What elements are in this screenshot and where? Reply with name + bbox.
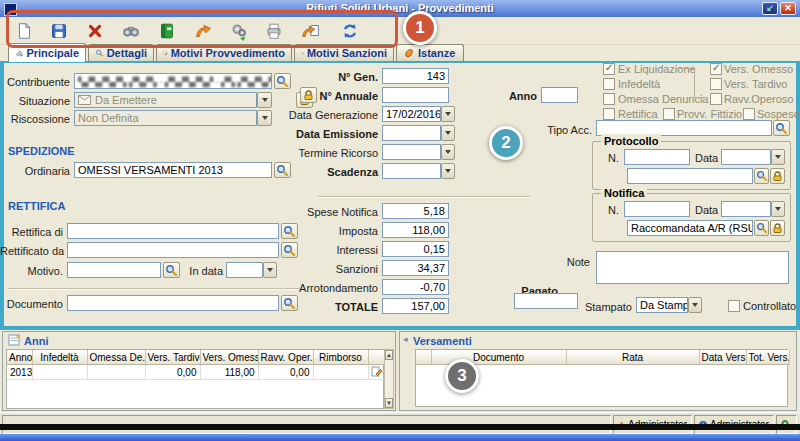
data-generazione-field[interactable]: 17/02/2016 <box>382 106 441 122</box>
anni-col-vers-omesso[interactable]: Vers. Omesso <box>200 350 258 365</box>
versamenti-col-rata[interactable]: Rata <box>566 350 699 365</box>
motivo-search-button[interactable] <box>163 262 180 278</box>
notifica-n-field[interactable] <box>624 201 690 217</box>
anni-col-ravv-operoso[interactable]: Ravv. Oper... <box>258 350 313 365</box>
stampato-dropdown-button[interactable] <box>688 297 702 313</box>
data-generazione-label: Data Generazione <box>280 108 378 122</box>
situazione-select[interactable]: Da Emettere <box>74 92 257 108</box>
export-button[interactable] <box>299 19 323 43</box>
documento-field[interactable] <box>67 295 279 311</box>
situazione-label: Situazione <box>0 94 70 108</box>
tab-dettagli[interactable]: Dettagli <box>88 44 154 61</box>
totale-field[interactable]: 157,00 <box>382 298 449 314</box>
process-button[interactable] <box>227 19 251 43</box>
save-button[interactable] <box>47 19 71 43</box>
protocollo-data-dropdown-button[interactable] <box>771 149 785 165</box>
anni-col-vers-tardivo[interactable]: Vers. Tardivo <box>145 350 200 365</box>
anni-col-rimborso[interactable]: Rimborso <box>313 350 368 365</box>
restore-window-button[interactable]: ↙ <box>762 2 778 15</box>
lock-icon <box>303 90 314 101</box>
motivo-field[interactable] <box>67 262 161 278</box>
lock-icon <box>772 223 783 234</box>
scroll-up-arrow[interactable]: ▲ <box>385 350 393 360</box>
interessi-field[interactable]: 0,15 <box>382 241 449 257</box>
note-textarea[interactable] <box>596 251 789 284</box>
rettifica-checkbox[interactable] <box>603 108 615 120</box>
infedelta-checkbox[interactable] <box>603 78 615 90</box>
ravv-operoso-checkbox[interactable] <box>710 93 722 105</box>
arrotondamento-field[interactable]: -0,70 <box>382 279 449 295</box>
pagato-field[interactable] <box>514 293 578 309</box>
riscossione-dropdown-button[interactable] <box>257 110 272 126</box>
notifica-data-dropdown-button[interactable] <box>771 201 785 217</box>
tab-motivi-provvedimento[interactable]: Motivi Provvedimento <box>156 44 292 61</box>
sospeso-checkbox[interactable] <box>743 108 755 120</box>
anni-cell-vers-tardivo: 0,00 <box>145 365 200 380</box>
anni-grid: Anno Infedeltà Omessa De... Vers. Tardiv… <box>6 349 384 409</box>
riscossione-label: Riscossione <box>0 112 70 126</box>
protocollo-data-field[interactable] <box>721 149 771 165</box>
anni-scrollbar[interactable]: ▲ ▼ <box>384 349 394 409</box>
protocollo-desc-field[interactable] <box>627 168 753 184</box>
vers-tardivo-checkbox[interactable] <box>710 78 722 90</box>
find-button[interactable] <box>119 19 143 43</box>
sanzioni-field[interactable]: 34,37 <box>382 260 449 276</box>
data-generazione-dropdown-button[interactable] <box>441 106 455 122</box>
riscossione-select[interactable]: Non Definita <box>74 110 257 126</box>
situazione-dropdown-button[interactable] <box>257 92 272 108</box>
refresh-button[interactable] <box>338 19 362 43</box>
rettifica-di-field[interactable] <box>67 223 279 239</box>
anni-row-edit-cell[interactable] <box>368 365 385 380</box>
print-button[interactable] <box>262 19 286 43</box>
imposta-field[interactable]: 118,00 <box>382 222 449 238</box>
n-annuale-field[interactable] <box>382 87 449 103</box>
go-to-button[interactable] <box>191 19 215 43</box>
new-document-button[interactable] <box>12 19 36 43</box>
protocollo-n-field[interactable] <box>624 149 690 165</box>
data-emissione-field[interactable] <box>382 125 441 141</box>
ordinaria-field[interactable]: OMESSI VERSAMENTI 2013 <box>74 162 272 178</box>
controllato-checkbox[interactable] <box>728 300 740 312</box>
stampato-select[interactable]: Da Stampare <box>636 297 688 313</box>
spese-notifica-field[interactable]: 5,18 <box>382 203 449 219</box>
in-data-field[interactable] <box>226 262 263 278</box>
versamenti-col-tot-vers[interactable]: Tot. Vers. <box>746 350 789 365</box>
scadenza-field[interactable] <box>382 163 441 179</box>
tab-istanze[interactable]: Istanze <box>396 44 464 61</box>
tab-principale[interactable]: Principale <box>8 43 86 62</box>
provv-fittizio-checkbox[interactable] <box>663 108 675 120</box>
omessa-denuncia-checkbox[interactable] <box>603 93 615 105</box>
protocollo-search-button[interactable] <box>754 168 769 184</box>
tipo-acc-search-button[interactable] <box>773 120 790 136</box>
dettagli-tab-icon <box>95 47 104 59</box>
rettificato-da-field[interactable] <box>67 242 279 258</box>
n-gen-field[interactable]: 143 <box>382 68 449 84</box>
close-window-button[interactable]: ✕ <box>780 2 796 15</box>
anni-col-omessa-denuncia[interactable]: Omessa De... <box>87 350 145 365</box>
notifica-search-button[interactable] <box>754 220 769 236</box>
protocollo-lock-button[interactable] <box>770 168 785 184</box>
data-emissione-dropdown-button[interactable] <box>441 125 455 141</box>
delete-button[interactable] <box>83 19 107 43</box>
notifica-data-field[interactable] <box>721 201 771 217</box>
scadenza-dropdown-button[interactable] <box>441 163 455 179</box>
notifica-lock-button[interactable] <box>770 220 785 236</box>
n-annuale-lock-button[interactable] <box>300 87 317 103</box>
notifica-mezzo-field[interactable]: Raccomandata A/R (RSU) <box>627 220 753 236</box>
collapse-left-arrow-icon[interactable]: ◂ <box>403 334 408 344</box>
anni-table-row[interactable]: 2013 0,00 118,00 0,00 <box>7 365 385 380</box>
ex-liquidazione-checkbox[interactable] <box>603 63 615 75</box>
anni-col-anno[interactable]: Anno <box>7 350 32 365</box>
anni-col-infedelta[interactable]: Infedeltà <box>32 350 87 365</box>
vers-omesso-checkbox[interactable] <box>710 63 722 75</box>
scroll-down-arrow[interactable]: ▼ <box>385 398 393 408</box>
in-data-dropdown-button[interactable] <box>263 262 277 278</box>
tab-motivi-sanzioni[interactable]: Motivi Sanzioni <box>294 44 394 61</box>
magnifier-icon <box>756 222 768 234</box>
termine-ricorso-field[interactable] <box>382 144 441 160</box>
termine-ricorso-dropdown-button[interactable] <box>441 144 455 160</box>
anno-field[interactable] <box>541 87 578 103</box>
archive-button[interactable] <box>155 19 179 43</box>
contribuente-field[interactable]: ▚▞▚▞▚▞▚ ▞▚▞▚ - ▞▚▞▚▞▚▞ - ▞▚ ▞▚▞▚▞▚▞▚▞ <box>74 73 272 89</box>
versamenti-col-data-vers[interactable]: Data Vers. <box>699 350 746 365</box>
